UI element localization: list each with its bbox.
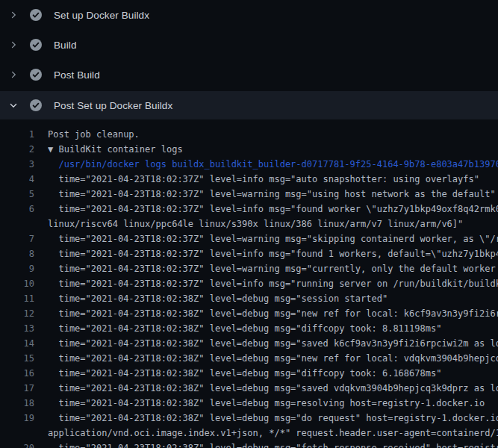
step-label: Set up Docker Buildx [54, 10, 149, 21]
log-line-number[interactable]: 11 [0, 291, 34, 306]
log-line-text: time="2021-04-23T18:02:38Z" level=debug … [48, 441, 498, 448]
log-line-text: Post job cleanup. [48, 127, 498, 142]
log-line: 7 time="2021-04-23T18:02:37Z" level=warn… [0, 231, 498, 246]
log-line: 16 time="2021-04-23T18:02:38Z" level=deb… [0, 366, 498, 381]
log-line-text: time="2021-04-23T18:02:38Z" level=debug … [48, 336, 498, 351]
step-label: Post Build [54, 69, 100, 81]
log-line: 8 time="2021-04-23T18:02:37Z" level=info… [0, 246, 498, 261]
log-line: 6 time="2021-04-23T18:02:37Z" level=info… [0, 202, 498, 217]
log-line-number[interactable]: 7 [0, 231, 34, 246]
log-line: 4 time="2021-04-23T18:02:37Z" level=info… [0, 172, 498, 187]
log-line-text: time="2021-04-23T18:02:37Z" level=info m… [48, 246, 498, 261]
log-line: 19 time="2021-04-23T18:02:38Z" level=deb… [0, 411, 498, 426]
log-line-number[interactable]: 10 [0, 276, 34, 291]
log-line-number[interactable]: 8 [0, 246, 34, 261]
chevron-right-icon [9, 70, 18, 79]
log-line-number [0, 217, 34, 231]
log-line-number[interactable]: 14 [0, 336, 34, 351]
job-step-list: Set up Docker BuildxBuildPost BuildPost … [0, 0, 498, 119]
step-label: Post Set up Docker Buildx [54, 100, 172, 111]
log-line-number[interactable]: 6 [0, 202, 34, 217]
log-line-number[interactable]: 17 [0, 381, 34, 396]
log-line-text: time="2021-04-23T18:02:37Z" level=warnin… [48, 231, 498, 246]
step-header-set-up-docker-buildx[interactable]: Set up Docker Buildx [0, 0, 498, 30]
log-line-number[interactable]: 9 [0, 261, 34, 276]
log-line: 10 time="2021-04-23T18:02:37Z" level=inf… [0, 276, 498, 291]
check-circle-icon [30, 39, 42, 51]
log-line: 13 time="2021-04-23T18:02:38Z" level=deb… [0, 321, 498, 336]
log-line-text: time="2021-04-23T18:02:37Z" level=warnin… [48, 261, 498, 276]
step-header-post-build[interactable]: Post Build [0, 60, 498, 90]
log-line: 1Post job cleanup. [0, 127, 498, 142]
log-line-text: application/vnd.oci.image.index.v1+json,… [48, 426, 498, 441]
log-line-number[interactable]: 5 [0, 187, 34, 202]
chevron-right-icon [9, 40, 18, 49]
log-line-number [0, 426, 34, 441]
log-line-number[interactable]: 3 [0, 157, 34, 172]
log-line-text: time="2021-04-23T18:02:38Z" level=debug … [48, 381, 498, 396]
log-line-number[interactable]: 13 [0, 321, 34, 336]
log-line-text: time="2021-04-23T18:02:38Z" level=debug … [48, 411, 498, 426]
log-line-number[interactable]: 15 [0, 351, 34, 366]
log-line: 5 time="2021-04-23T18:02:37Z" level=warn… [0, 187, 498, 202]
log-line-text: time="2021-04-23T18:02:38Z" level=debug … [48, 321, 498, 336]
log-line: 20 time="2021-04-23T18:02:38Z" level=deb… [0, 441, 498, 448]
log-line: 9 time="2021-04-23T18:02:37Z" level=warn… [0, 261, 498, 276]
log-line-number[interactable]: 1 [0, 127, 34, 142]
chevron-right-icon [9, 10, 18, 19]
log-line-text: time="2021-04-23T18:02:38Z" level=debug … [48, 351, 498, 366]
log-line: 18 time="2021-04-23T18:02:38Z" level=deb… [0, 396, 498, 411]
log-pane: 1Post job cleanup.2▼ BuildKit container … [0, 119, 498, 448]
check-circle-icon [30, 99, 42, 111]
log-line-number[interactable]: 20 [0, 441, 34, 448]
log-line-text: time="2021-04-23T18:02:38Z" level=debug … [48, 306, 498, 321]
log-line: 15 time="2021-04-23T18:02:38Z" level=deb… [0, 351, 498, 366]
chevron-down-icon [9, 101, 18, 110]
log-line-text: time="2021-04-23T18:02:38Z" level=debug … [48, 291, 498, 306]
log-line-text: time="2021-04-23T18:02:37Z" level=warnin… [48, 187, 498, 202]
log-line-text: time="2021-04-23T18:02:37Z" level=info m… [48, 276, 498, 291]
log-line-text: time="2021-04-23T18:02:38Z" level=debug … [48, 366, 498, 381]
log-line: 3 /usr/bin/docker logs buildx_buildkit_b… [0, 157, 498, 172]
log-line-text: linux/riscv64 linux/ppc64le linux/s390x … [48, 217, 498, 231]
log-line-number[interactable]: 16 [0, 366, 34, 381]
log-line-text: time="2021-04-23T18:02:38Z" level=debug … [48, 396, 498, 411]
log-line: 14 time="2021-04-23T18:02:38Z" level=deb… [0, 336, 498, 351]
log-line: linux/riscv64 linux/ppc64le linux/s390x … [0, 217, 498, 231]
log-line: 11 time="2021-04-23T18:02:38Z" level=deb… [0, 291, 498, 306]
log-line: 2▼ BuildKit container logs [0, 142, 498, 157]
log-line-number[interactable]: 2 [0, 142, 34, 157]
log-line-number[interactable]: 18 [0, 396, 34, 411]
log-line-text: time="2021-04-23T18:02:37Z" level=info m… [48, 172, 498, 187]
log-command-text: /usr/bin/docker logs buildx_buildkit_bui… [48, 157, 498, 172]
check-circle-icon [30, 9, 42, 21]
log-group-toggle[interactable]: ▼ BuildKit container logs [48, 142, 498, 157]
log-line-number[interactable]: 19 [0, 411, 34, 426]
log-line-number[interactable]: 4 [0, 172, 34, 187]
log-line: 17 time="2021-04-23T18:02:38Z" level=deb… [0, 381, 498, 396]
log-line-number[interactable]: 12 [0, 306, 34, 321]
log-line: 12 time="2021-04-23T18:02:38Z" level=deb… [0, 306, 498, 321]
step-header-post-set-up-docker-buildx[interactable]: Post Set up Docker Buildx [0, 91, 498, 119]
step-header-build[interactable]: Build [0, 30, 498, 60]
check-circle-icon [30, 69, 42, 81]
log-line-text: time="2021-04-23T18:02:37Z" level=info m… [48, 202, 498, 217]
step-label: Build [54, 40, 77, 51]
log-line: application/vnd.oci.image.index.v1+json,… [0, 426, 498, 441]
